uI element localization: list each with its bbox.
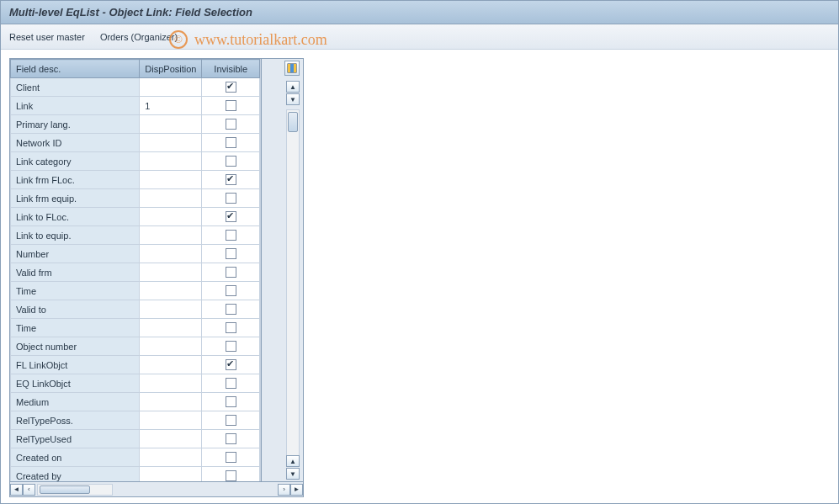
invisible-checkbox[interactable] xyxy=(226,248,236,259)
cell-dispposition[interactable] xyxy=(140,78,202,97)
invisible-checkbox[interactable] xyxy=(226,396,236,407)
cell-dispposition[interactable] xyxy=(140,356,202,374)
cell-dispposition[interactable]: 1 xyxy=(140,97,202,115)
table-row[interactable]: Link category xyxy=(11,152,260,171)
cell-invisible[interactable] xyxy=(202,134,260,152)
cell-dispposition[interactable] xyxy=(140,208,202,226)
table-row[interactable]: Link to FLoc. xyxy=(11,208,260,226)
scroll-left-button[interactable]: ‹ xyxy=(23,484,35,496)
table-row[interactable]: Created on xyxy=(11,448,260,467)
invisible-checkbox[interactable] xyxy=(226,82,236,93)
invisible-checkbox[interactable] xyxy=(226,267,236,278)
cell-desc[interactable]: Created by xyxy=(11,467,140,482)
cell-dispposition[interactable] xyxy=(140,374,202,393)
cell-dispposition[interactable] xyxy=(140,282,202,300)
table-row[interactable]: Link frm equip. xyxy=(11,189,260,208)
cell-dispposition[interactable] xyxy=(140,134,202,152)
cell-desc[interactable]: Object number xyxy=(11,337,140,356)
invisible-checkbox[interactable] xyxy=(226,156,236,167)
invisible-checkbox[interactable] xyxy=(226,100,236,111)
cell-invisible[interactable] xyxy=(202,300,260,319)
cell-dispposition[interactable] xyxy=(140,115,202,134)
scroll-right-button[interactable]: › xyxy=(278,484,290,496)
cell-dispposition[interactable] xyxy=(140,300,202,319)
cell-invisible[interactable] xyxy=(202,411,260,430)
cell-invisible[interactable] xyxy=(202,226,260,245)
scroll-page-up-button[interactable]: ▲ xyxy=(286,455,300,467)
cell-desc[interactable]: Primary lang. xyxy=(11,115,140,134)
cell-dispposition[interactable] xyxy=(140,393,202,411)
cell-invisible[interactable] xyxy=(202,430,260,448)
cell-dispposition[interactable] xyxy=(140,245,202,263)
invisible-checkbox[interactable] xyxy=(226,359,236,370)
cell-invisible[interactable] xyxy=(202,152,260,171)
cell-invisible[interactable] xyxy=(202,115,260,134)
invisible-checkbox[interactable] xyxy=(226,322,236,333)
horizontal-scrollbar-track[interactable] xyxy=(37,484,113,496)
cell-desc[interactable]: FL LinkObjct xyxy=(11,356,140,374)
cell-desc[interactable]: Link category xyxy=(11,152,140,171)
cell-dispposition[interactable] xyxy=(140,411,202,430)
scroll-page-down-button[interactable]: ▼ xyxy=(286,468,300,480)
table-row[interactable]: Network ID xyxy=(11,134,260,152)
table-row[interactable]: Object number xyxy=(11,337,260,356)
table-row[interactable]: RelTypeUsed xyxy=(11,430,260,448)
cell-dispposition[interactable] xyxy=(140,337,202,356)
vertical-scrollbar-thumb[interactable] xyxy=(288,112,298,132)
table-row[interactable]: Time xyxy=(11,319,260,337)
cell-desc[interactable]: Link frm FLoc. xyxy=(11,171,140,189)
cell-desc[interactable]: Time xyxy=(11,319,140,337)
cell-desc[interactable]: Link to equip. xyxy=(11,226,140,245)
table-row[interactable]: Created by xyxy=(11,467,260,482)
table-row[interactable]: Valid frm xyxy=(11,263,260,282)
table-row[interactable]: Client xyxy=(11,78,260,97)
vertical-scrollbar-track[interactable] xyxy=(286,109,300,456)
invisible-checkbox[interactable] xyxy=(226,211,236,222)
invisible-checkbox[interactable] xyxy=(226,230,236,241)
cell-invisible[interactable] xyxy=(202,337,260,356)
invisible-checkbox[interactable] xyxy=(226,285,236,296)
invisible-checkbox[interactable] xyxy=(226,174,236,185)
cell-desc[interactable]: Time xyxy=(11,282,140,300)
orders-organizer-button[interactable]: Orders (Organizer) xyxy=(100,32,178,42)
cell-invisible[interactable] xyxy=(202,282,260,300)
invisible-checkbox[interactable] xyxy=(226,433,236,444)
cell-dispposition[interactable] xyxy=(140,467,202,482)
invisible-checkbox[interactable] xyxy=(226,415,236,426)
invisible-checkbox[interactable] xyxy=(226,452,236,463)
invisible-checkbox[interactable] xyxy=(226,193,236,204)
cell-dispposition[interactable] xyxy=(140,152,202,171)
invisible-checkbox[interactable] xyxy=(226,341,236,352)
table-settings-button[interactable] xyxy=(284,61,300,76)
col-header-desc[interactable]: Field desc. xyxy=(11,60,140,78)
cell-invisible[interactable] xyxy=(202,97,260,115)
table-row[interactable]: Number xyxy=(11,245,260,263)
cell-desc[interactable]: Medium xyxy=(11,393,140,411)
table-row[interactable]: FL LinkObjct xyxy=(11,356,260,374)
col-header-inv[interactable]: Invisible xyxy=(202,60,260,78)
cell-dispposition[interactable] xyxy=(140,448,202,467)
cell-desc[interactable]: Link frm equip. xyxy=(11,189,140,208)
scroll-line-down-button[interactable]: ▼ xyxy=(286,93,300,105)
invisible-checkbox[interactable] xyxy=(226,378,236,389)
table-row[interactable]: RelTypePoss. xyxy=(11,411,260,430)
table-row[interactable]: EQ LinkObjct xyxy=(11,374,260,393)
table-row[interactable]: Medium xyxy=(11,393,260,411)
invisible-checkbox[interactable] xyxy=(226,137,236,148)
cell-dispposition[interactable] xyxy=(140,226,202,245)
table-row[interactable]: Valid to xyxy=(11,300,260,319)
reset-user-master-button[interactable]: Reset user master xyxy=(9,32,85,42)
cell-dispposition[interactable] xyxy=(140,171,202,189)
table-row[interactable]: Time xyxy=(11,282,260,300)
cell-desc[interactable]: Valid to xyxy=(11,300,140,319)
cell-invisible[interactable] xyxy=(202,263,260,282)
cell-desc[interactable]: Client xyxy=(11,78,140,97)
cell-desc[interactable]: Valid frm xyxy=(11,263,140,282)
cell-desc[interactable]: Link to FLoc. xyxy=(11,208,140,226)
invisible-checkbox[interactable] xyxy=(226,304,236,315)
cell-dispposition[interactable] xyxy=(140,430,202,448)
cell-desc[interactable]: Created on xyxy=(11,448,140,467)
table-row[interactable]: Link to equip. xyxy=(11,226,260,245)
cell-desc[interactable]: Network ID xyxy=(11,134,140,152)
cell-desc[interactable]: EQ LinkObjct xyxy=(11,374,140,393)
